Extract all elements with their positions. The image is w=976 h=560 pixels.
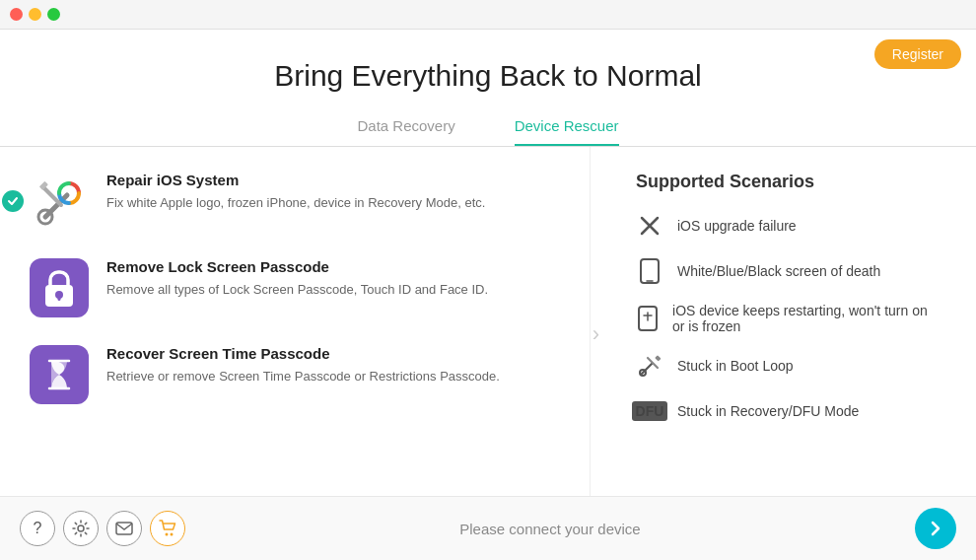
footer-icons: ?: [20, 511, 185, 546]
phone-plug-icon: [636, 305, 659, 332]
scenario-recovery-dfu-label: Stuck in Recovery/DFU Mode: [677, 403, 859, 419]
footer-status: Please connect your device: [185, 521, 915, 537]
cart-button[interactable]: [150, 511, 185, 546]
feature-screen-time[interactable]: Recover Screen Time Passcode Retrieve or…: [30, 345, 560, 404]
maximize-button[interactable]: [47, 8, 60, 21]
svg-rect-7: [58, 295, 61, 301]
scenario-ios-upgrade: iOS upgrade failure: [636, 212, 941, 240]
mail-button[interactable]: [106, 511, 142, 546]
feature-remove-lock[interactable]: Remove Lock Screen Passcode Remove all t…: [30, 258, 560, 317]
scenario-screen-death: White/Blue/Black screen of death: [636, 257, 941, 285]
feature-screen-time-title: Recover Screen Time Passcode: [106, 345, 500, 362]
page-title: Bring Everything Back to Normal: [0, 59, 976, 93]
tab-data-recovery[interactable]: Data Recovery: [357, 117, 454, 146]
feature-repair-title: Repair iOS System: [106, 172, 485, 188]
svg-rect-10: [641, 259, 659, 283]
scenario-boot-loop-label: Stuck in Boot Loop: [677, 358, 794, 374]
register-button[interactable]: Register: [874, 39, 961, 69]
repair-icon: [30, 172, 89, 231]
feature-lock-desc: Remove all types of Lock Screen Passcode…: [106, 280, 488, 300]
supported-scenarios-title: Supported Scenarios: [636, 172, 941, 192]
scenario-restarting-label: iOS device keeps restarting, won't turn …: [672, 303, 941, 334]
feature-repair-desc: Fix white Apple logo, frozen iPhone, dev…: [106, 193, 485, 213]
tab-bar: Data Recovery Device Rescuer: [0, 117, 976, 147]
footer: ? Please connect your device: [0, 496, 976, 560]
feature-lock-title: Remove Lock Screen Passcode: [106, 258, 488, 275]
svg-rect-18: [655, 355, 661, 361]
content-area: Repair iOS System Fix white Apple logo, …: [0, 147, 976, 522]
scenario-recovery-dfu: DFU Stuck in Recovery/DFU Mode: [636, 397, 941, 425]
feature-repair-ios[interactable]: Repair iOS System Fix white Apple logo, …: [30, 172, 560, 231]
help-button[interactable]: ?: [20, 511, 55, 546]
screen-time-icon: [30, 345, 89, 404]
phone-icon: [636, 257, 663, 285]
svg-point-21: [166, 533, 169, 536]
tools-icon: [636, 352, 663, 380]
svg-rect-20: [116, 523, 132, 534]
tab-device-rescuer[interactable]: Device Rescuer: [515, 117, 619, 146]
x-icon: [636, 212, 663, 240]
feature-lock-text: Remove Lock Screen Passcode Remove all t…: [106, 258, 488, 300]
svg-point-22: [171, 533, 174, 536]
svg-point-19: [78, 525, 84, 531]
right-panel: Supported Scenarios iOS upgrade failure: [601, 147, 976, 522]
main-content: Bring Everything Back to Normal Data Rec…: [0, 30, 976, 522]
titlebar: [0, 0, 976, 30]
check-badge: [2, 190, 24, 212]
scenario-restarting: iOS device keeps restarting, won't turn …: [636, 303, 941, 334]
feature-screen-time-desc: Retrieve or remove Screen Time Passcode …: [106, 367, 500, 386]
next-button[interactable]: [915, 508, 956, 549]
close-button[interactable]: [10, 8, 23, 21]
minimize-button[interactable]: [29, 8, 41, 21]
scenario-ios-upgrade-label: iOS upgrade failure: [677, 218, 797, 234]
svg-line-15: [642, 364, 652, 374]
dfu-badge-label: DFU: [632, 401, 668, 421]
lock-icon: [30, 258, 89, 317]
arrow-divider: ›: [591, 147, 601, 522]
settings-button[interactable]: [63, 511, 99, 546]
scenario-boot-loop: Stuck in Boot Loop: [636, 352, 941, 380]
feature-screen-time-text: Recover Screen Time Passcode Retrieve or…: [106, 345, 500, 386]
scenario-screen-death-label: White/Blue/Black screen of death: [677, 263, 880, 279]
dfu-icon: DFU: [636, 397, 663, 425]
feature-repair-text: Repair iOS System Fix white Apple logo, …: [106, 172, 485, 213]
left-panel: Repair iOS System Fix white Apple logo, …: [0, 147, 591, 522]
